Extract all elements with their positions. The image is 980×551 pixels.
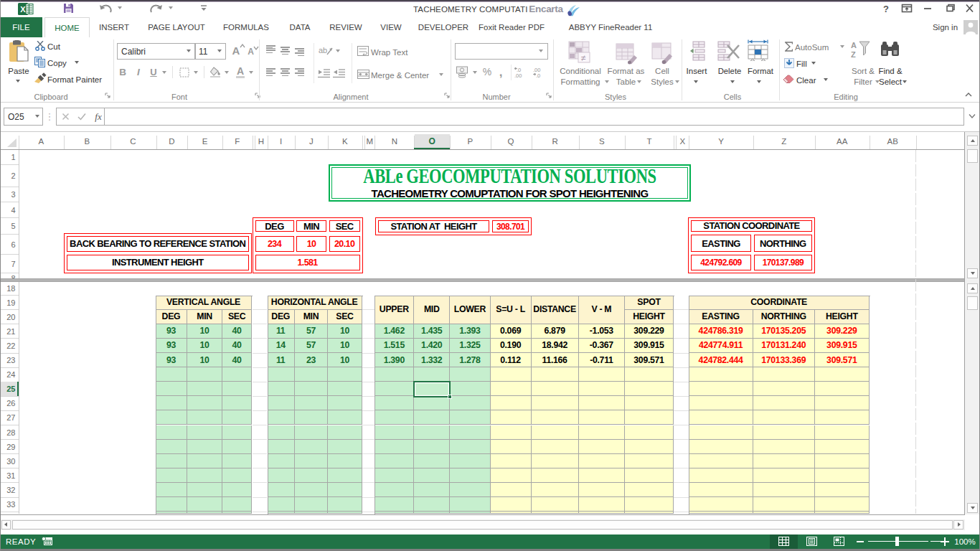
svg-text:?: ? [883, 4, 889, 13]
svg-text:Z: Z [851, 50, 856, 59]
svg-text:≠: ≠ [581, 53, 586, 63]
svg-text:X: X [20, 5, 26, 14]
svg-text:.0: .0 [536, 72, 540, 78]
svg-text:A: A [851, 41, 857, 50]
svg-text:.00: .00 [514, 72, 522, 78]
svg-text:ab: ab [319, 46, 327, 55]
